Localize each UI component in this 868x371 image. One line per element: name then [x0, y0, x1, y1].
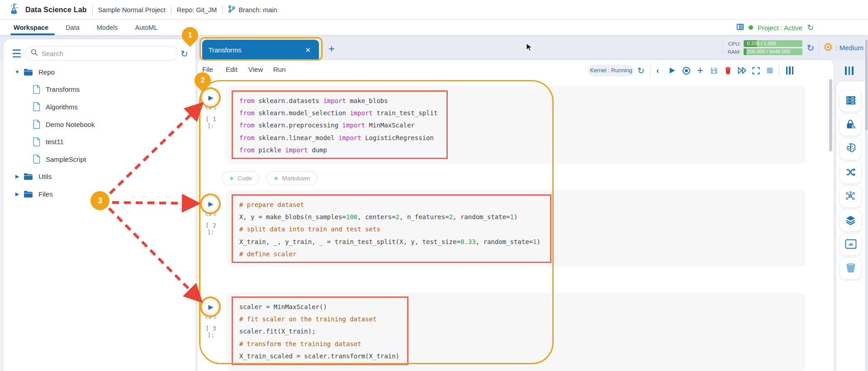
run-cell-3-button[interactable]: ▶	[203, 299, 218, 315]
menu-run[interactable]: Run	[273, 66, 286, 73]
app-title: Data Science Lab	[25, 6, 87, 14]
code-line: # prepare dataset	[239, 199, 550, 211]
nav-tab-workspace[interactable]: Workspace	[14, 24, 48, 31]
annotation-badge-3: 3	[90, 191, 109, 210]
tree-item-label: Files	[38, 190, 53, 198]
cell-1-success-icon: <✓>	[203, 105, 218, 112]
tree-item-repo[interactable]: ▼Repo	[4, 63, 189, 81]
cell-3-exec-count: [ 3 ]:	[200, 325, 221, 338]
database-tool-button[interactable]	[840, 90, 861, 112]
storage-bucket-tool-button[interactable]	[840, 258, 861, 279]
tree-item-samplescript[interactable]: SampleScript	[4, 150, 189, 168]
plus-icon: +	[229, 174, 234, 183]
run-cell-icon[interactable]	[667, 65, 678, 76]
run-all-icon[interactable]	[736, 65, 748, 76]
divider	[92, 5, 93, 14]
cell-2-success-icon: <✓>	[203, 211, 218, 218]
code-line: from sklearn.model_selection import trai…	[239, 107, 446, 119]
kernel-refresh-icon[interactable]: ↻	[635, 65, 647, 76]
code-line: # split data into train and test sets	[239, 223, 550, 235]
nav-tab-models[interactable]: Models	[97, 24, 118, 31]
run-cell-2-button[interactable]: ▶	[203, 196, 218, 211]
caret-icon[interactable]: ▶	[14, 174, 21, 179]
tree-refresh-icon[interactable]: ↻	[180, 48, 188, 59]
project-log-icon[interactable]	[736, 23, 744, 32]
repo-name: Repo: Git_JM	[177, 6, 217, 14]
caret-icon[interactable]: ▶	[14, 191, 21, 197]
lock-key-icon	[845, 119, 856, 131]
cell-3-success-icon: <✓>	[203, 314, 218, 321]
ai-brain-tool-button[interactable]	[840, 138, 861, 160]
file-tree: ▼RepoTransformsAlgorithmsDemo Notebookte…	[4, 63, 189, 203]
caret-icon[interactable]: ▼	[14, 69, 21, 75]
code-editor-cell-1[interactable]: from sklearn.datasets import make_blobsf…	[232, 90, 448, 159]
divider	[779, 64, 779, 77]
instance-size-label: : Medium	[835, 44, 863, 52]
project-refresh-icon[interactable]: ↻	[807, 23, 814, 33]
open-file-tab[interactable]: Transforms ✕	[202, 40, 319, 60]
previous-cell-icon[interactable]: ‹	[653, 65, 663, 76]
save-icon[interactable]	[708, 65, 719, 76]
add-code-cell-button[interactable]: +Code	[222, 171, 260, 185]
search-box[interactable]	[25, 46, 178, 61]
code-line: scaler.fit(X_train);	[239, 325, 407, 338]
file-icon	[33, 102, 40, 111]
network-hub-tool-button[interactable]	[840, 186, 861, 207]
image-infinity-icon: ∞	[845, 239, 857, 251]
columns-layout-icon[interactable]	[783, 65, 796, 76]
flask-logo-icon	[10, 4, 20, 16]
tree-item-label: SampleScript	[46, 155, 86, 163]
stop-icon[interactable]	[764, 65, 775, 76]
search-input[interactable]	[42, 50, 172, 57]
add-markdown-cell-button[interactable]: +Markdown	[266, 171, 318, 185]
tree-item-algorithms[interactable]: Algorithms	[4, 98, 189, 116]
folder-icon	[24, 173, 33, 180]
file-icon	[33, 85, 40, 94]
tree-item-utils[interactable]: ▶Utils	[4, 168, 189, 186]
active-tab-underline	[10, 33, 55, 35]
nav-tab-data[interactable]: Data	[66, 24, 80, 31]
code-line: X_train_scaled = scaler.transform(X_trai…	[239, 350, 407, 362]
notebook-scrollbar[interactable]	[829, 79, 832, 151]
panel-toggle-icon[interactable]	[844, 66, 854, 75]
code-line: scaler = MinMaxScaler()	[239, 301, 407, 313]
folder-icon	[24, 68, 33, 76]
shuffle-tool-button[interactable]	[840, 162, 861, 183]
window-scrollbar-thumb[interactable]	[865, 40, 868, 130]
tree-item-label: Algorithms	[46, 103, 78, 111]
code-editor-cell-3[interactable]: scaler = MinMaxScaler()# fit scaler on t…	[232, 296, 408, 365]
ram-usage-value: 205.000 / 5048.000	[747, 49, 790, 54]
close-tab-icon[interactable]: ✕	[303, 45, 313, 55]
divider	[650, 64, 650, 77]
code-editor-cell-2[interactable]: # prepare datasetX, y = make_blobs(n_sam…	[232, 194, 551, 263]
fullscreen-icon[interactable]	[750, 65, 761, 76]
tree-item-label: Repo	[38, 68, 55, 76]
record-circle-icon[interactable]	[681, 65, 692, 76]
code-line: from sklearn.preprocessing import MinMax…	[239, 119, 446, 131]
add-cell-icon[interactable]: +	[695, 65, 706, 76]
search-icon	[31, 49, 38, 58]
branch-name: Branch: main	[238, 6, 277, 14]
tree-item-demo-notebook[interactable]: Demo Notebook	[4, 116, 189, 133]
hamburger-menu-icon[interactable]: ☰	[12, 47, 22, 60]
run-cell-1-button[interactable]: ▶	[203, 90, 218, 105]
menu-edit[interactable]: Edit	[226, 66, 237, 73]
tree-item-transforms[interactable]: Transforms	[4, 81, 189, 99]
lock-key-tool-button[interactable]	[840, 114, 861, 136]
delete-cell-icon[interactable]	[722, 65, 733, 76]
ram-usage-badge: 205.000 / 5048.000	[744, 48, 802, 55]
image-infinity-tool-button[interactable]: ∞	[840, 234, 861, 255]
project-name: Sample Normal Project	[98, 6, 166, 14]
kernel-status-pill: Kernel : Running	[588, 65, 634, 76]
resources-refresh-icon[interactable]: ↻	[807, 42, 815, 53]
divider	[222, 5, 223, 14]
folder-icon	[24, 190, 33, 198]
code-line: X_train, _, y_train, _ = train_test_spli…	[239, 236, 550, 248]
cell-1-exec-count: [ 1 ]:	[200, 116, 221, 129]
layers-tool-button[interactable]	[840, 210, 861, 231]
new-tab-button[interactable]: +	[328, 42, 335, 55]
menu-view[interactable]: View	[248, 66, 263, 73]
tree-item-test11[interactable]: test11	[4, 133, 189, 150]
nav-tab-automl[interactable]: AutoML	[135, 24, 158, 31]
layers-icon	[845, 215, 856, 227]
